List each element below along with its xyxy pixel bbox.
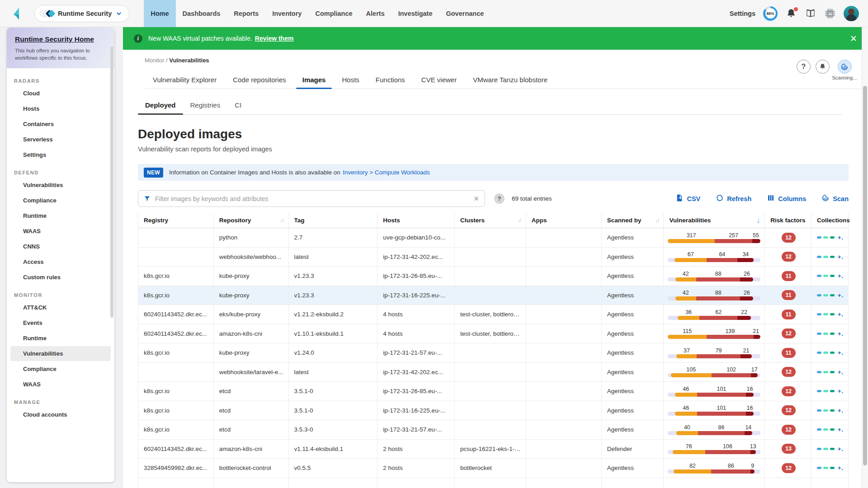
table-row[interactable]: k8s.gcr.ioetcd3.5.1-0ip-172-31-26-85.eu-… bbox=[138, 382, 848, 401]
notifications-bell-icon[interactable] bbox=[785, 8, 797, 19]
sidebar-item-defend-access[interactable]: Access bbox=[10, 254, 111, 269]
tab-vulnerability-explorer[interactable]: Vulnerability Explorer bbox=[145, 73, 225, 89]
sidebar-scrollbar[interactable] bbox=[110, 47, 113, 318]
risk-factors-badge[interactable]: 11 bbox=[782, 348, 796, 358]
risk-factors-badge[interactable]: 12 bbox=[782, 463, 796, 473]
filter-help-icon[interactable]: ? bbox=[494, 193, 505, 204]
column-header-apps[interactable]: Apps bbox=[526, 213, 602, 228]
risk-factors-badge[interactable]: 12 bbox=[782, 252, 796, 262]
sidebar-item-defend-waas[interactable]: WAAS bbox=[10, 224, 111, 239]
risk-factors-badge[interactable]: 12 bbox=[782, 233, 796, 243]
sort-icons[interactable]: ↓↑ bbox=[655, 217, 659, 224]
sidebar-item-monitor-events[interactable]: Events bbox=[10, 315, 111, 330]
help-icon[interactable]: ? bbox=[797, 60, 811, 74]
sidebar-item-monitor-compliance[interactable]: Compliance bbox=[10, 361, 111, 376]
collections-more-link[interactable]: +8 bbox=[838, 349, 844, 356]
clear-filter-icon[interactable]: ✕ bbox=[473, 195, 479, 203]
collections-more-link[interactable]: +8 bbox=[838, 311, 844, 318]
table-row[interactable]: k8s.gcr.iokube-proxyv1.24.0ip-172-31-21-… bbox=[138, 343, 848, 363]
table-row[interactable] bbox=[138, 478, 848, 488]
sidebar-item-radars-hosts[interactable]: Hosts bbox=[10, 101, 111, 116]
sidebar-item-radars-serverless[interactable]: Serverless bbox=[10, 132, 111, 147]
column-header-registry[interactable]: Registry bbox=[138, 213, 214, 228]
collections-more-link[interactable]: +8 bbox=[838, 388, 844, 394]
sidebar-item-radars-cloud[interactable]: Cloud bbox=[10, 86, 111, 101]
risk-factors-badge[interactable]: 12 bbox=[782, 328, 796, 338]
risk-factors-badge[interactable]: 12 bbox=[782, 367, 796, 377]
collections-more-link[interactable]: +8 bbox=[838, 330, 844, 337]
table-row[interactable]: 328549459982.dkr.ec...bottlerocket-contr… bbox=[138, 459, 848, 478]
nav-item-governance[interactable]: Governance bbox=[439, 0, 491, 27]
page-scrollbar[interactable] bbox=[862, 27, 868, 488]
scanning-icon[interactable] bbox=[838, 60, 852, 74]
tab-vmware-tanzu-blobstore[interactable]: VMware Tanzu blobstore bbox=[465, 73, 556, 89]
sort-desc-icon[interactable]: ↓ bbox=[756, 216, 760, 225]
subtab-deployed[interactable]: Deployed bbox=[138, 99, 183, 114]
refresh-button[interactable]: Refresh bbox=[716, 194, 751, 203]
collections-more-link[interactable]: +8 bbox=[838, 426, 844, 433]
table-row[interactable]: 602401143452.dkr.ec...amazon-k8s-cniv1.1… bbox=[138, 324, 848, 344]
alerts-bell-icon[interactable] bbox=[816, 60, 830, 74]
table-row[interactable]: 602401143452.dkr.ec...amazon-k8s-cniv1.1… bbox=[138, 440, 848, 459]
sidebar-item-monitor-vulnerabilities[interactable]: Vulnerabilities bbox=[10, 346, 111, 361]
nav-item-compliance[interactable]: Compliance bbox=[308, 0, 359, 27]
column-header-risk-factors[interactable]: Risk factors bbox=[765, 213, 811, 228]
collections-more-link[interactable]: +7 bbox=[838, 234, 844, 241]
review-them-link[interactable]: Review them bbox=[255, 35, 294, 42]
nav-item-alerts[interactable]: Alerts bbox=[359, 0, 392, 27]
subtab-registries[interactable]: Registries bbox=[183, 99, 228, 114]
app-logo-icon[interactable] bbox=[13, 7, 24, 20]
sidebar-item-defend-cnns[interactable]: CNNS bbox=[10, 239, 111, 254]
column-header-repository[interactable]: Repository↓↑ bbox=[214, 213, 289, 228]
sidebar-title-link[interactable]: Runtime Security Home bbox=[15, 35, 106, 43]
collections-more-link[interactable]: +8 bbox=[838, 272, 844, 279]
ai-assistant-icon[interactable]: AI bbox=[824, 8, 836, 19]
table-row[interactable]: k8s.gcr.iokube-proxyv1.23.3ip-172-31-16-… bbox=[138, 286, 848, 305]
settings-link[interactable]: Settings bbox=[730, 10, 755, 17]
table-row[interactable]: 602401143452.dkr.ec...eks/kube-proxyv1.2… bbox=[138, 305, 848, 324]
collections-more-link[interactable]: +8 bbox=[838, 253, 844, 260]
columns-button[interactable]: Columns bbox=[767, 194, 806, 203]
nav-item-investigate[interactable]: Investigate bbox=[392, 0, 439, 27]
sidebar-item-manage-cloud-accounts[interactable]: Cloud accounts bbox=[10, 407, 111, 422]
csv-button[interactable]: CSV bbox=[675, 194, 700, 203]
column-header-collections[interactable]: Collections bbox=[811, 213, 848, 228]
compute-workloads-link[interactable]: Inventory > Compute Workloads bbox=[343, 169, 430, 176]
risk-factors-badge[interactable]: 13 bbox=[782, 444, 796, 454]
sort-icons[interactable]: ↓↑ bbox=[280, 217, 284, 224]
table-row[interactable]: k8s.gcr.ioetcd3.5.3-0ip-172-31-21-57.eu-… bbox=[138, 420, 848, 440]
table-row[interactable]: k8s.gcr.ioetcd3.5.1-0ip-172-31-16-225.eu… bbox=[138, 401, 848, 421]
nav-item-dashboards[interactable]: Dashboards bbox=[176, 0, 227, 27]
page-scrollbar-thumb[interactable] bbox=[863, 86, 867, 465]
table-row[interactable]: python2.7uve-gcp-debian10-co...Agentless… bbox=[138, 228, 848, 248]
risk-factors-badge[interactable]: 12 bbox=[782, 405, 796, 415]
sidebar-item-monitor-att-ck[interactable]: ATT&CK bbox=[10, 300, 111, 315]
column-header-vulnerabilities[interactable]: Vulnerabilities↓ bbox=[664, 213, 765, 228]
sidebar-item-radars-settings[interactable]: Settings bbox=[10, 147, 111, 162]
collections-more-link[interactable]: +8 bbox=[838, 446, 844, 452]
user-avatar[interactable] bbox=[844, 6, 859, 21]
nav-item-home[interactable]: Home bbox=[144, 0, 175, 27]
column-header-clusters[interactable]: Clusters↓↑ bbox=[455, 213, 526, 228]
risk-factors-badge[interactable]: 11 bbox=[782, 271, 796, 281]
sidebar-item-defend-vulnerabilities[interactable]: Vulnerabilities bbox=[10, 178, 111, 192]
close-icon[interactable]: ✕ bbox=[850, 34, 857, 43]
sidebar-item-defend-compliance[interactable]: Compliance bbox=[10, 193, 111, 208]
collections-more-link[interactable]: +8 bbox=[838, 369, 844, 375]
sidebar-item-defend-runtime[interactable]: Runtime bbox=[10, 208, 111, 223]
tab-hosts[interactable]: Hosts bbox=[334, 73, 367, 89]
risk-factors-badge[interactable]: 12 bbox=[782, 386, 796, 396]
sidebar-item-monitor-waas[interactable]: WAAS bbox=[10, 377, 111, 392]
docs-book-icon[interactable] bbox=[805, 8, 816, 19]
nav-item-reports[interactable]: Reports bbox=[227, 0, 265, 27]
collections-more-link[interactable]: +8 bbox=[838, 407, 844, 414]
risk-factors-badge[interactable]: 12 bbox=[782, 425, 796, 435]
tab-functions[interactable]: Functions bbox=[368, 73, 413, 89]
table-row[interactable]: webhooksite/webhoo...latestip-172-31-42-… bbox=[138, 248, 848, 267]
table-row[interactable]: k8s.gcr.iokube-proxyv1.23.3ip-172-31-26-… bbox=[138, 267, 848, 286]
column-header-hosts[interactable]: Hosts bbox=[377, 213, 455, 228]
sidebar-item-defend-custom-rules[interactable]: Custom rules bbox=[10, 270, 111, 285]
tab-cve-viewer[interactable]: CVE viewer bbox=[413, 73, 465, 89]
usage-ring[interactable]: 86% bbox=[763, 6, 778, 21]
risk-factors-badge[interactable]: 11 bbox=[782, 290, 796, 300]
